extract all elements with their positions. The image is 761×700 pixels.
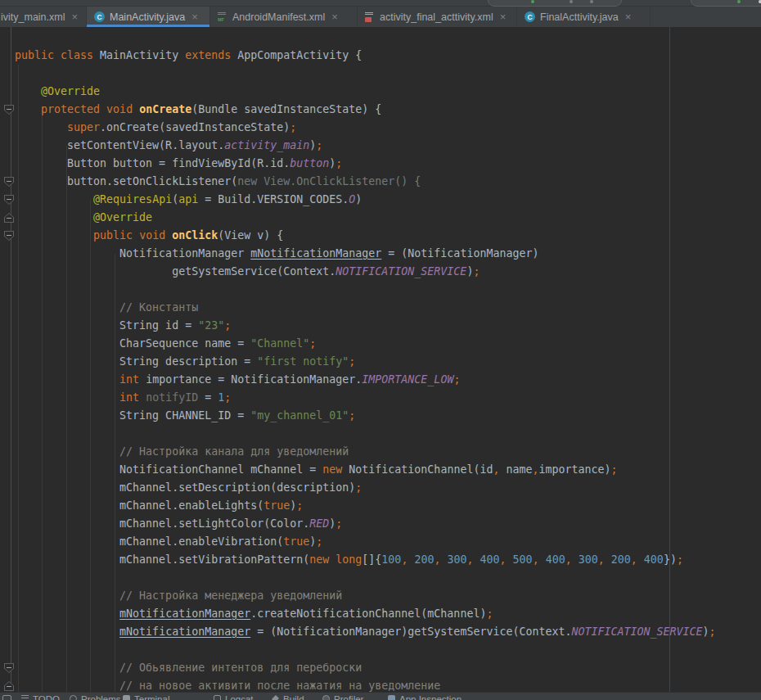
java-class-icon: C [525, 11, 535, 22]
tab-finalacttivity-java[interactable]: C FinalActtivity.java × [517, 7, 651, 27]
code-token: ; [335, 157, 342, 169]
code-token: getSystemService(Context. [15, 265, 335, 278]
code-token: ; [309, 337, 316, 350]
tab-mainactivity-java[interactable]: C MainActivity.java × [87, 7, 210, 27]
code-line: Button button = findViewById(R.id.button… [15, 155, 716, 173]
tab-activity-final-acttivity-xml[interactable]: activity_final_acttivity.xml × [358, 7, 517, 27]
code-line: super.onCreate(savedInstanceState); [15, 119, 716, 137]
code-token: 300 [579, 553, 598, 566]
toolbar-button-logcat[interactable]: Logcat [214, 693, 254, 700]
code-token: , [631, 553, 637, 566]
code-token: button.setOnClickListener( [15, 175, 237, 187]
close-icon[interactable]: × [500, 11, 507, 22]
toolbar-dot-icon [570, 0, 573, 3]
code-token: NotificationChannel mChannel = [15, 463, 322, 476]
code-token: true [283, 535, 309, 548]
toolbar-strip [0, 0, 761, 7]
code-token [605, 553, 611, 566]
code-line: String id = "23"; [15, 317, 716, 335]
code-token: new [309, 553, 329, 566]
java-class-icon: C [94, 11, 105, 22]
toolbar-button-profiler[interactable]: Profiler [322, 693, 363, 700]
code-token: []{ [362, 553, 381, 566]
close-icon[interactable]: × [191, 11, 198, 22]
code-line: mChannel.setDescription(description); [15, 479, 716, 497]
tab-androidmanifest-xml[interactable]: MF AndroidManifest.xml × [210, 7, 358, 27]
code-line: // Обьявление интентов для переброски [15, 659, 716, 677]
code-line: mChannel.setVibrationPattern(new long[]{… [15, 551, 716, 569]
code-token [539, 553, 546, 566]
code-line [15, 425, 716, 443]
tab-activity-main-xml[interactable]: ivity_main.xml × [0, 7, 87, 27]
code-token: , [533, 553, 539, 566]
code-token: , [467, 553, 474, 566]
fold-up-icon[interactable] [4, 681, 14, 691]
editor-tab-bar: ivity_main.xml × C MainActivity.java × M… [0, 7, 761, 27]
toolbar-button-todo[interactable]: TODO [21, 693, 60, 700]
code-token: int [119, 373, 139, 386]
tab-label: AndroidManifest.xml [232, 11, 325, 23]
profiler-icon [322, 695, 330, 700]
code-token: ) [703, 625, 709, 638]
fold-down-icon[interactable] [4, 195, 14, 205]
toolbar-button-problems[interactable]: Problems [70, 693, 121, 700]
close-icon[interactable]: × [72, 11, 79, 22]
code-token: new [322, 463, 342, 476]
code-line: @Override [15, 83, 716, 101]
code-line: CharSequence name = "Channel"; [15, 335, 716, 353]
logcat-icon [214, 695, 221, 700]
toolbar-button-terminal[interactable]: Terminal [123, 693, 169, 700]
code-token: new View.OnClickListener() { [237, 175, 421, 187]
code-token [15, 625, 119, 638]
code-token: @Override [41, 85, 100, 97]
toolbar-button-label: App Inspection [399, 693, 462, 700]
code-token: activity_main [224, 139, 309, 151]
code-line [15, 569, 716, 587]
code-line: // Настройка менеджера уведомлений [15, 587, 716, 605]
code-token: Button button = findViewById(R.id. [15, 157, 290, 169]
code-token: ; [296, 499, 303, 512]
code-token: notifyID [146, 391, 198, 404]
window-corner-button[interactable] [2, 693, 11, 700]
code-token [54, 49, 61, 61]
fold-down-icon[interactable] [4, 177, 14, 187]
code-token: public [15, 49, 54, 61]
code-line [15, 281, 716, 299]
fold-down-icon[interactable] [4, 663, 14, 673]
code-token: NotificationManager [15, 247, 250, 260]
code-token: RED [309, 517, 329, 530]
code-token: // Константы [15, 301, 198, 314]
code-token: mChannel.enableLights( [15, 499, 263, 512]
bottom-tool-window-bar: TODO Problems Terminal Logcat Build Prof… [0, 692, 761, 700]
toolbar-button-app-inspection[interactable]: App Inspection [388, 693, 462, 700]
fold-down-icon[interactable] [4, 231, 14, 241]
code-token: mChannel.enableVibration( [15, 535, 283, 548]
close-icon[interactable]: × [331, 11, 338, 22]
code-token: ; [316, 139, 322, 151]
code-token [15, 193, 93, 205]
toolbar-dot-icon [590, 0, 593, 3]
code-editor[interactable]: public class MainActivity extends AppCom… [0, 27, 761, 692]
toolbar-button-build[interactable]: Build [272, 693, 304, 700]
code-line: NotificationChannel mChannel = new Notif… [15, 461, 716, 479]
code-token: NOTIFICATION_SERVICE [335, 265, 466, 278]
code-line: String description = "first notify"; [15, 353, 716, 371]
code-token [15, 391, 119, 404]
code-line: public class MainActivity extends AppCom… [15, 47, 716, 65]
device-widget[interactable] [691, 0, 761, 7]
code-token [15, 121, 67, 133]
code-line: mChannel.enableVibration(true); [15, 533, 716, 551]
fold-up-icon[interactable] [4, 213, 14, 223]
close-icon[interactable]: × [625, 11, 632, 22]
fold-down-icon[interactable] [4, 105, 14, 115]
code-token: = [198, 391, 218, 404]
code-token: ; [677, 553, 683, 566]
code-token: 400 [644, 553, 664, 566]
code-token: ; [709, 625, 716, 638]
code-token: ; [290, 121, 296, 133]
toolbar-button-label: Logcat [225, 693, 254, 700]
code-token: 100 [381, 553, 401, 566]
code-line: mChannel.enableLights(true); [15, 497, 716, 515]
code-token [507, 553, 513, 566]
run-config-widget[interactable] [488, 0, 622, 7]
